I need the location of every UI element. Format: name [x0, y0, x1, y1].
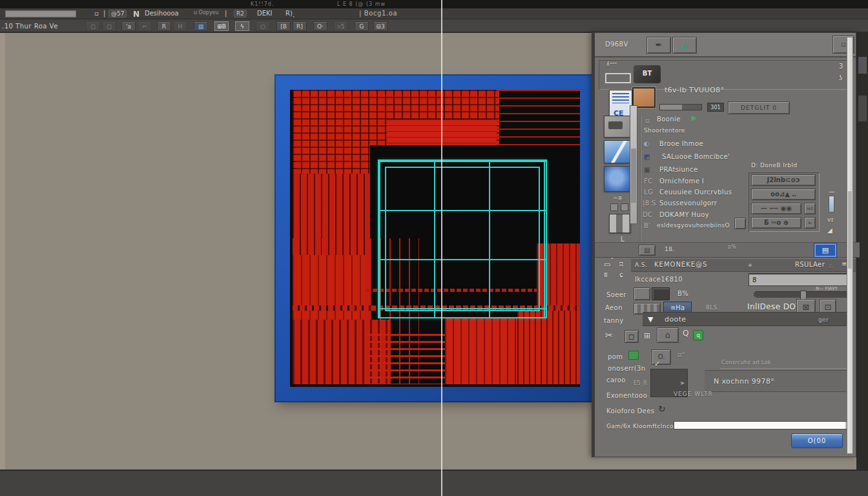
workspace-left-edge [0, 33, 5, 470]
preview-thumb-light[interactable] [634, 287, 650, 300]
preview-thumb-dark[interactable] [652, 287, 670, 300]
rectangle-outline-icon[interactable] [605, 73, 631, 83]
active-mode-button[interactable]: ▤ [814, 243, 836, 257]
rotate-icon[interactable]: ↻ [658, 404, 666, 414]
menu-item-app-name[interactable]: Desihoooa [145, 10, 179, 17]
toolbar-button-hash[interactable]: ⌗5 [334, 21, 348, 31]
vertical-guide-line[interactable] [441, 0, 442, 496]
bt-tool-chip[interactable]: BT [634, 65, 661, 83]
canvas-artwork[interactable] [274, 74, 595, 402]
square-toggle-1[interactable] [610, 203, 618, 211]
lab-chip-icon[interactable]: ▭ [604, 260, 611, 269]
arrows-icon[interactable]: ʭ [619, 260, 623, 269]
app-chip[interactable]: @57 [108, 10, 127, 17]
toolbar-button-text-tool[interactable]: 'a [121, 21, 136, 31]
grid-tool-icon[interactable]: ⊞ [644, 331, 650, 340]
eq-icon[interactable]: =a [613, 194, 622, 201]
toolbar-button-o[interactable]: O· [313, 21, 327, 31]
list-item-saluooe[interactable]: SALuooe Bomcibce' [662, 153, 730, 160]
mode-button[interactable]: ▤ [639, 245, 656, 256]
mini-progress-bar[interactable] [659, 104, 702, 110]
menu-chip-r2[interactable]: R2 [234, 10, 247, 17]
ok-button[interactable]: O(00 [791, 433, 843, 448]
mode-percent: ᴅ% [728, 244, 736, 250]
wedge-icon: ◢ [827, 227, 832, 234]
bottom-status-bar [0, 470, 868, 496]
window-controls-area[interactable] [5, 10, 76, 17]
green-cursor-icon: ➤ [690, 114, 696, 123]
toolbar-button-collapse[interactable]: ⊟3 [373, 21, 388, 31]
toolbar-button-frame-1[interactable]: ◻ [86, 21, 100, 31]
toolbar-button-bracket[interactable]: [B [276, 21, 291, 31]
dropdown-arrow-icon: ▼ [648, 315, 653, 324]
magnifier-icon[interactable]: Q [683, 329, 689, 338]
list-item-ceuuuiee[interactable]: Ceuuuiee Ourcrvblus [659, 189, 732, 196]
dropdown-label: doote [665, 315, 687, 324]
dock-tab-1[interactable] [858, 57, 867, 74]
numeric-input[interactable] [749, 273, 849, 286]
slider-hint: N— FIAVY [816, 286, 838, 291]
tile-grid-icon[interactable] [609, 214, 631, 233]
dropdown-row[interactable]: ▼ doote ger [643, 312, 849, 326]
default-button[interactable]: DETGLIT 0 [728, 101, 790, 114]
matte-field[interactable]: N xochnn 9978° [705, 370, 849, 392]
curl-icon[interactable]: ɕ [619, 271, 623, 279]
toolbar-button-r[interactable]: R [157, 21, 171, 31]
scissors-icon[interactable]: ✂ [605, 330, 613, 340]
square-toggle-2[interactable] [621, 203, 628, 211]
square-tool-button[interactable]: ▫ [625, 330, 639, 343]
triangle-tool-icon[interactable]: ◭ [672, 37, 697, 54]
side-slider-icon[interactable] [829, 196, 834, 212]
list-item-esldesgy[interactable]: esldesgyovuhorebiinsO [657, 222, 730, 229]
grid-icon[interactable]: ⊞B [214, 21, 229, 31]
ai-chip[interactable]: ᴀᵢ [804, 217, 816, 229]
opacity-slider-thumb[interactable] [800, 291, 807, 300]
list-item-pratsiunce[interactable]: PRAtsiunce [659, 166, 698, 173]
panel-scrollbar[interactable] [847, 37, 853, 454]
arch-tool-button[interactable]: ⌂ [657, 327, 679, 343]
dash-icon: — [829, 188, 835, 195]
glyph-button-row-4[interactable]: Ƃ ✂o ⊕ [751, 217, 801, 229]
toolbar-button-g[interactable]: G [355, 21, 369, 31]
wrench-icon[interactable]: ϟ [235, 21, 249, 31]
panel-scrollbar-thumb[interactable] [848, 191, 852, 269]
list-item-3-icon: ◩ [644, 153, 650, 160]
glyph-button-row-1[interactable]: J2lnb⊂⊙ɔ [751, 174, 816, 186]
box-icon[interactable]: ▫ [94, 10, 99, 17]
circle-icon[interactable]: ○ [256, 21, 270, 31]
list-item-brooe[interactable]: Brooe Ihmoe [659, 140, 703, 147]
list-item-ornichfome[interactable]: Ornichfome I [659, 178, 704, 185]
art-cyan-grid [378, 160, 547, 318]
stamp-icon[interactable]: ✒ [646, 37, 671, 54]
toolbar-button-marquee[interactable]: ⌐ [138, 21, 152, 31]
list-item-boonie[interactable]: Boonie [657, 116, 681, 123]
dropdown-right-hint: ger [818, 316, 829, 323]
toolbar-button-frame-2[interactable]: ◻ [102, 21, 116, 31]
tool-column-scrollbar-thumb[interactable] [631, 149, 636, 203]
mg-chip[interactable]: ᴍɢ [804, 203, 816, 214]
phone-icon[interactable]: ʬ [604, 271, 608, 279]
regular-value[interactable]: RSULAer [795, 261, 825, 268]
opacity-slider[interactable]: N— FIAVY [754, 291, 849, 298]
glyph-button-row-2[interactable]: oo⊿▲ ‥ [751, 189, 816, 200]
menu-item-sub[interactable]: u Oopyeu [194, 10, 219, 16]
window-top-strip: K1!!7d. L E 8 (@ (3 mw [0, 0, 868, 8]
tool-column-scrollbar[interactable] [630, 105, 637, 224]
gamma-bar[interactable] [674, 421, 848, 429]
image-icon[interactable]: ▨ [194, 21, 208, 31]
list-item-soussevonulgorr[interactable]: Soussevonulgorr [659, 200, 717, 207]
glyph-button-row-3[interactable]: — ‒‒ ◉◉ [751, 203, 801, 214]
lock-underline [720, 368, 849, 369]
list-item-shoortentore[interactable]: Shoortentore [644, 127, 685, 134]
list-item-dokamy[interactable]: DOKAMY Huoy [659, 211, 709, 218]
name-row: A.S. KEMONEKE@S ∗ RSULAer ∴ ≡ʲ [631, 259, 856, 272]
toolbar-button-h[interactable]: H [173, 21, 187, 31]
ce-thumbnail-lines [612, 93, 629, 103]
toggle-pair-icon[interactable]: ▫ᵒ [677, 351, 685, 358]
menu-item-deki[interactable]: DEKI [257, 10, 273, 17]
toolbar-button-bracket-2[interactable]: R] [293, 21, 307, 31]
green-plugin-icon[interactable]: ɋ [693, 330, 703, 340]
dock-tab-2[interactable] [858, 96, 867, 121]
subpanel-title: D: DoneB Irbld [751, 162, 797, 169]
list-checkbox[interactable] [734, 218, 746, 229]
